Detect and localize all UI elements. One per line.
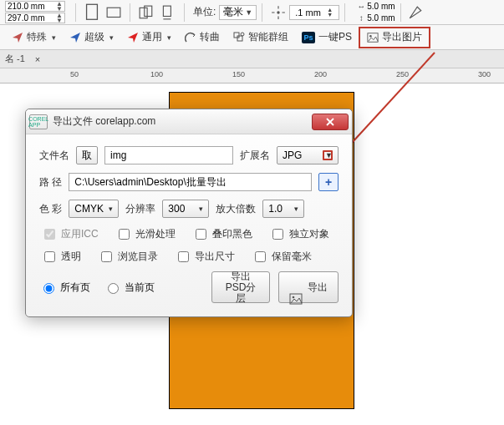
smartgroup-label: 智能群组 (248, 30, 288, 44)
dup-y-icon: ↕ (355, 13, 367, 23)
ext-select[interactable]: JPG ▼ (277, 146, 339, 164)
zoom-select[interactable]: 1.0 ▾ (262, 200, 304, 218)
dup-x-value: 5.0 mm (367, 2, 395, 11)
send-icon (12, 32, 23, 43)
path-field[interactable] (69, 173, 312, 191)
smartgroup-button[interactable]: 智能群组 (227, 27, 295, 48)
ps-icon: Ps (302, 32, 315, 43)
super-button[interactable]: 超级 ▾ (63, 27, 120, 48)
dialog-titlebar[interactable]: COREL APP 导出文件 corelapp.com (26, 109, 352, 134)
oneclick-ps-button[interactable]: Ps 一键PS (295, 27, 359, 48)
ext-label: 扩展名 (240, 149, 270, 163)
tocurve-button[interactable]: 转曲 (178, 27, 227, 48)
get-name-button[interactable]: 取 (76, 146, 98, 164)
nudge-field[interactable]: ▲▼ (289, 5, 339, 20)
dup-y-row[interactable]: ↕ 5.0 mm (355, 13, 395, 23)
image-icon (367, 32, 379, 43)
chk-icc: 应用ICC (41, 226, 99, 242)
nudge-input[interactable] (293, 7, 325, 18)
page-width-input[interactable] (6, 2, 48, 11)
res-select[interactable]: 300 ▾ (162, 200, 209, 218)
radio-current-page[interactable]: 当前页 (104, 281, 155, 295)
color-select[interactable]: CMYK ▾ (69, 200, 119, 218)
add-path-button[interactable]: + (318, 173, 339, 191)
units-select[interactable]: 毫米 ▼ (219, 5, 257, 20)
path-input[interactable] (73, 175, 308, 189)
common-button[interactable]: 通用 ▾ (120, 27, 178, 48)
radio-all-pages[interactable]: 所有页 (39, 281, 90, 295)
filename-field[interactable] (104, 146, 233, 164)
nudge-icon (271, 5, 286, 20)
special-label: 特殊 (27, 30, 47, 44)
color-value: CMYK (74, 203, 104, 215)
curve-icon (185, 32, 196, 43)
export-button[interactable]: 导出 (278, 271, 339, 303)
tocurve-label: 转曲 (200, 30, 220, 44)
svg-point-11 (369, 34, 372, 37)
filename-label: 文件名 (39, 149, 69, 163)
send-icon (127, 32, 139, 43)
doc-tab-bar: 名 -1 × (0, 50, 504, 68)
units-label: 单位: (193, 5, 216, 19)
doc-dims-toolbar: ▲▼ ▲▼ 单位: 毫米 ▼ ▲▼ ↔ 5.0 mm ↕ (0, 0, 504, 25)
close-button[interactable] (312, 114, 349, 130)
dup-x-row[interactable]: ↔ 5.0 mm (355, 1, 395, 12)
res-value: 300 (168, 203, 185, 215)
res-label: 分辨率 (125, 202, 155, 216)
page-height-field[interactable]: ▲▼ (5, 13, 65, 23)
svg-point-6 (277, 11, 280, 13)
duplicate-offset: ↔ 5.0 mm ↕ 5.0 mm (355, 1, 395, 23)
svg-rect-8 (237, 36, 242, 41)
svg-rect-1 (107, 8, 120, 17)
corelapp-logo: COREL APP (29, 114, 48, 129)
doc-tab-label[interactable]: 名 -1 (2, 53, 28, 65)
export-dialog: COREL APP 导出文件 corelapp.com 文件名 取 扩展名 JP… (25, 109, 353, 317)
dup-x-icon: ↔ (355, 2, 367, 11)
image-icon (289, 281, 303, 293)
common-label: 通用 (142, 30, 162, 44)
edge-tool-icon[interactable] (408, 5, 423, 20)
special-button[interactable]: 特殊 ▾ (5, 27, 63, 48)
path-label: 路 径 (39, 175, 62, 190)
export-image-button[interactable]: 导出图片 (359, 27, 430, 48)
single-page-icon[interactable] (160, 5, 176, 20)
plugin-toolbar: 特殊 ▾ 超级 ▾ 通用 ▾ 转曲 智能群组 Ps 一键PS 导出图片 (0, 25, 504, 50)
width-spinner[interactable]: ▲▼ (54, 2, 64, 12)
chk-smooth[interactable]: 光滑处理 (115, 226, 176, 242)
chk-keepmm[interactable]: 保留毫米 (252, 249, 312, 265)
page-dim-inputs: ▲▼ ▲▼ (5, 1, 65, 23)
svg-rect-4 (163, 6, 171, 16)
super-label: 超级 (84, 30, 104, 44)
dialog-title: 导出文件 corelapp.com (53, 114, 155, 129)
zoom-label: 放大倍数 (216, 202, 256, 216)
units-value: 毫米 (223, 5, 243, 19)
close-icon[interactable]: × (32, 54, 43, 64)
portrait-icon[interactable] (84, 5, 99, 20)
chk-browse[interactable]: 浏览目录 (98, 249, 158, 265)
group-icon (233, 32, 245, 43)
height-spinner[interactable]: ▲▼ (54, 13, 64, 23)
send-icon (69, 32, 81, 43)
chk-overprint[interactable]: 叠印黑色 (192, 226, 252, 242)
export-label: 导出图片 (382, 30, 422, 44)
landscape-icon[interactable] (106, 5, 121, 20)
filename-input[interactable] (109, 149, 229, 162)
svg-point-9 (241, 33, 244, 36)
all-pages-icon[interactable] (139, 5, 154, 20)
zoom-value: 1.0 (268, 203, 283, 215)
svg-rect-7 (234, 33, 239, 38)
svg-rect-0 (87, 5, 98, 20)
ruler-horizontal: 50 100 150 200 250 300 (0, 68, 504, 83)
page-width-field[interactable]: ▲▼ (5, 1, 65, 12)
dup-y-value: 5.0 mm (367, 13, 395, 23)
export-psd-button[interactable]: 导出 PSD分层 (211, 271, 270, 303)
ext-value: JPG (283, 149, 302, 161)
oneclick-label: 一键PS (318, 30, 352, 44)
page-height-input[interactable] (6, 13, 48, 23)
color-label: 色 彩 (39, 202, 62, 216)
chk-exportsize[interactable]: 导出尺寸 (175, 249, 235, 265)
chk-separate[interactable]: 独立对象 (269, 226, 329, 242)
chk-transparent[interactable]: 透明 (41, 249, 81, 265)
svg-point-14 (293, 296, 295, 299)
